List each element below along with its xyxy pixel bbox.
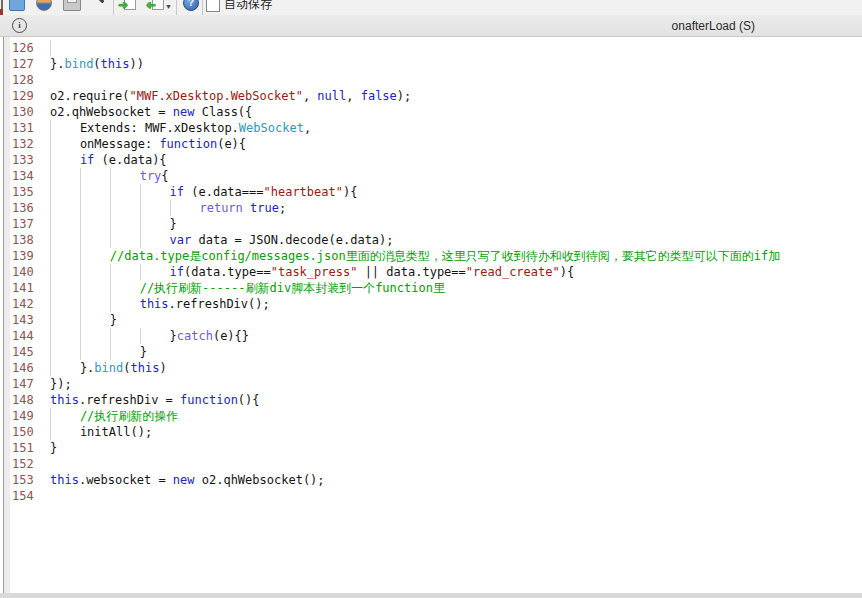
autosave-label: 自动保存 [224,0,272,13]
code-line-content: if(data.type=="task_press" || data.type=… [50,264,574,280]
code-token: //执行刷新的操作 [80,409,178,423]
code-line[interactable]: 144}catch(e){} [10,328,862,344]
code-token: this [140,297,169,311]
print-button[interactable] [63,0,81,12]
code-line-content: //执行刷新------刷新div脚本封装到一个function里 [50,280,445,296]
line-number: 139 [10,248,42,264]
code-line[interactable]: 150initAll(); [10,424,862,440]
code-line[interactable]: 127}.bind(this)) [10,56,862,72]
help-button[interactable]: ? [182,0,200,12]
indent-guide [140,184,170,200]
code-line[interactable]: 149//执行刷新的操作 [10,408,862,424]
code-line[interactable]: 139//data.type是config/messages.json里面的消息… [10,248,862,264]
code-line[interactable]: 132onMessage: function(e){ [10,136,862,152]
line-number: 129 [10,88,42,104]
code-token: this [130,361,159,375]
line-number: 130 [10,104,42,120]
code-line[interactable]: 134try{ [10,168,862,184]
code-line-content: }.bind(this)) [50,56,144,72]
code-token: } [140,345,147,359]
line-number: 128 [10,72,42,88]
indent-guide [50,360,80,376]
import-button[interactable]: ➜▼ [147,0,165,12]
code-token: o2.require( [50,89,129,103]
code-editor[interactable]: 126127}.bind(this))128129o2.require("MWF… [10,37,862,593]
code-line[interactable]: 154 [10,488,862,504]
code-line[interactable]: 131Extends: MWF.xDesktop.WebSocket, [10,120,862,136]
indent-guide [140,200,170,216]
line-number: 126 [10,40,42,56]
code-line[interactable]: 136return true; [10,200,862,216]
globe-button[interactable] [35,0,53,12]
code-line[interactable]: 129o2.require("MWF.xDesktop.WebSocket", … [10,88,862,104]
code-token: , [303,89,317,103]
code-token: if [80,153,94,167]
line-number: 127 [10,56,42,72]
indent-guide [110,184,140,200]
code-line[interactable]: 135if (e.data==="heartbeat"){ [10,184,862,200]
indent-guide [110,216,140,232]
code-token: } [170,217,177,231]
code-line-content: } [50,440,57,456]
indent-guide [110,168,140,184]
code-token: }); [50,377,72,391]
code-line[interactable]: 143} [10,312,862,328]
code-line[interactable]: 153this.websocket = new o2.qhWebsocket()… [10,472,862,488]
code-line[interactable]: 147}); [10,376,862,392]
indent-guide [110,344,140,360]
code-token: var [170,233,192,247]
line-number: 131 [10,120,42,136]
code-token: ){ [343,185,357,199]
indent-guide [110,328,140,344]
code-line[interactable]: 128 [10,72,862,88]
code-line-content: }.bind(this) [50,360,167,376]
code-token: bind [94,361,123,375]
indent-guide [50,120,80,136]
code-token: catch [177,329,213,343]
code-line[interactable]: 148this.refreshDiv = function(){ [10,392,862,408]
code-line[interactable]: 140if(data.type=="task_press" || data.ty… [10,264,862,280]
indent-guide [80,264,110,280]
format-button[interactable]: ✦ [91,0,109,12]
indent-guide [80,248,110,264]
code-line[interactable]: 141//执行刷新------刷新div脚本封装到一个function里 [10,280,862,296]
code-token: null [317,89,346,103]
horizontal-scrollbar[interactable] [0,593,862,598]
code-line[interactable]: 142this.refreshDiv(); [10,296,862,312]
code-token: function [180,393,238,407]
line-number: 153 [10,472,42,488]
code-token: (e.data){ [94,153,166,167]
indent-guide [50,424,80,440]
indent-guide [50,152,80,168]
code-line[interactable]: 152 [10,456,862,472]
code-token: || data.type== [357,265,465,279]
line-number: 144 [10,328,42,344]
code-token: } [110,313,117,327]
indent-guide [80,232,110,248]
code-line-content: }); [50,376,72,392]
code-token: }. [80,361,94,375]
export-button[interactable]: ➜ [119,0,137,12]
line-number: 150 [10,424,42,440]
code-token: o2.qhWebsocket = [50,105,173,119]
code-line[interactable]: 130o2.qhWebsocket = new Class({ [10,104,862,120]
code-line[interactable]: 137} [10,216,862,232]
toolbar-separator [113,0,114,15]
code-token: { [161,169,168,183]
new-document-button[interactable] [8,0,26,12]
code-token: data = JSON.decode(e.data); [191,233,393,247]
code-line[interactable]: 133if (e.data){ [10,152,862,168]
autosave-checkbox[interactable] [206,0,220,12]
line-number: 154 [10,488,42,504]
indent-guide [50,136,80,152]
code-token: "MWF.xDesktop.WebSocket" [129,89,302,103]
line-number: 149 [10,408,42,424]
code-line[interactable]: 146}.bind(this) [10,360,862,376]
code-line[interactable]: 145} [10,344,862,360]
code-line[interactable]: 151} [10,440,862,456]
code-line[interactable]: 138var data = JSON.decode(e.data); [10,232,862,248]
code-token: ( [93,57,100,71]
code-line[interactable]: 126 [10,40,862,56]
code-token: //data.type是config/messages.json里面的消息类型，… [110,249,780,263]
indent-guide [50,216,80,232]
